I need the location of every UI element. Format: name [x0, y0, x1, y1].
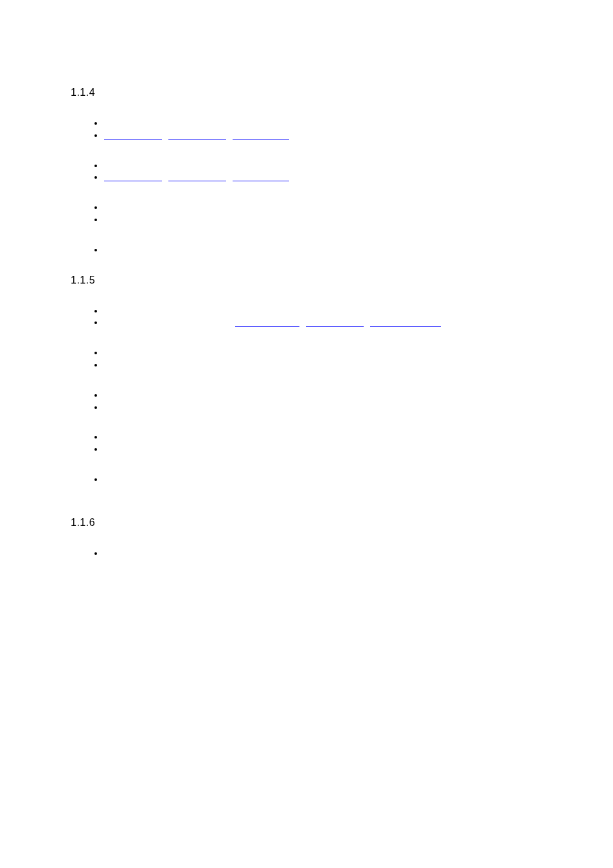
list-item	[104, 130, 542, 141]
bullet-list	[71, 160, 542, 183]
list-item	[104, 244, 542, 255]
list-item	[104, 548, 542, 559]
list-item	[104, 172, 542, 183]
bullet-list	[71, 244, 542, 255]
bullet-list	[71, 431, 542, 455]
bullet-group	[71, 160, 542, 183]
hyperlink[interactable]	[104, 172, 289, 183]
bullet-group	[71, 305, 542, 329]
bullet-group	[71, 202, 542, 225]
section-heading: 1.1.5	[71, 275, 542, 286]
list-item	[104, 214, 542, 225]
bullet-list	[71, 548, 542, 559]
list-item	[104, 444, 542, 455]
list-item	[104, 359, 542, 370]
list-item	[104, 402, 542, 413]
bullet-list	[71, 347, 542, 370]
bullet-group	[71, 548, 542, 559]
bullet-group	[71, 118, 542, 141]
section-heading: 1.1.4	[71, 87, 542, 98]
list-item	[104, 160, 542, 171]
list-item	[104, 305, 542, 316]
document-page: 1.1.4	[0, 0, 613, 559]
list-item	[104, 347, 542, 358]
bullet-group	[71, 474, 542, 485]
section-heading: 1.1.6	[71, 517, 542, 529]
list-item	[104, 202, 542, 213]
bullet-list	[71, 118, 542, 141]
bullet-group	[71, 431, 542, 455]
bullet-group	[71, 244, 542, 255]
list-item	[104, 390, 542, 401]
hyperlink[interactable]	[235, 317, 441, 328]
list-item	[104, 474, 542, 485]
hyperlink[interactable]	[104, 130, 289, 141]
list-item	[104, 118, 542, 129]
bullet-group	[71, 390, 542, 413]
bullet-list	[71, 305, 542, 329]
bullet-group	[71, 347, 542, 370]
list-item	[104, 317, 542, 328]
bullet-list	[71, 474, 542, 485]
bullet-list	[71, 202, 542, 225]
bullet-list	[71, 390, 542, 413]
list-item	[104, 431, 542, 442]
